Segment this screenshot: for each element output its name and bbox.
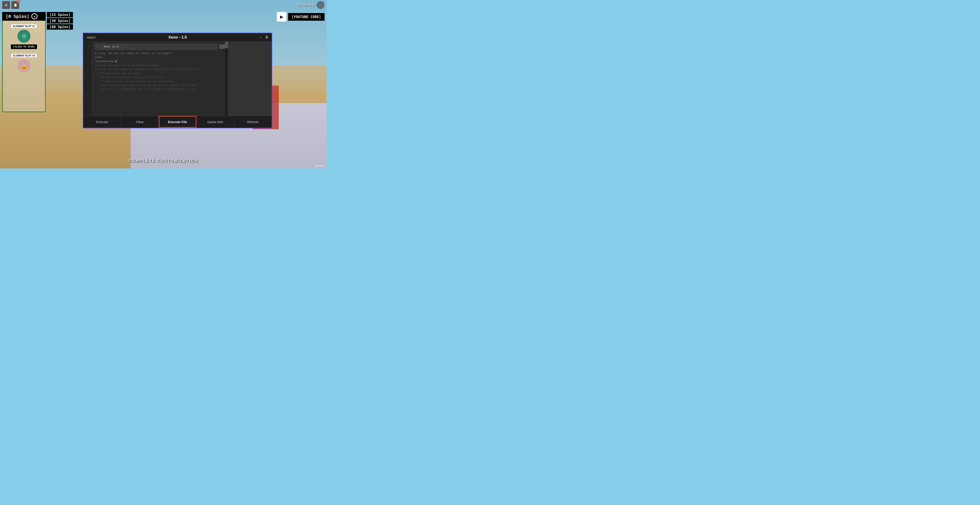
slot-3-label: ELEMENT SLOT #3 — [11, 54, 37, 57]
spins-list: [15 Spins] [30 Spins] [60 Spins] — [47, 12, 73, 30]
right-panel: ▶ [YOUTUBE CODE] — [277, 12, 325, 22]
top-right-info: EST 02:56:45 ⋯ — [297, 1, 325, 9]
refresh-button[interactable]: Refresh — [234, 116, 272, 127]
clipboard-icon-box[interactable]: 📋 6 — [11, 1, 19, 9]
spins-list-item-1[interactable]: [15 Spins] — [47, 12, 73, 18]
element-slot-1: ELEMENT SLOT #1 ❋ [CLICK TO SPIN] — [5, 24, 43, 49]
dialog-title: Xeno - 1.0 — [95, 35, 260, 40]
slot-1-label: ELEMENT SLOT #1 — [11, 24, 37, 28]
spins-list-item-3[interactable]: [60 Spins] — [47, 24, 73, 30]
dialog-minimize-button[interactable]: − — [259, 35, 262, 40]
dialog-attach-label[interactable]: Attach — [87, 36, 95, 39]
code-line-12: after you actually come across the genka… — [95, 83, 225, 88]
slot-1-icon: ❋ — [18, 30, 30, 43]
youtube-code-label[interactable]: [YOUTUBE CODE] — [288, 13, 325, 21]
code-line-2: #1 Step, Use all the codes for spins, if… — [95, 51, 225, 55]
code-line-3: codes: — [95, 55, 225, 59]
top-bar: ⊞ 📋 6 EST 02:56:45 ⋯ — [0, 0, 327, 10]
grid-icon: ⊞ — [5, 3, 7, 7]
dialog-controls: − X — [259, 35, 268, 40]
left-card: ELEMENT SLOT #1 ❋ [CLICK TO SPIN] ELEMEN… — [2, 21, 46, 112]
dialog-titlebar: Attach Xeno - 1.0 − X — [83, 33, 272, 41]
bottom-text: COMPLETE CUSTOMIZATION — [129, 158, 198, 163]
spin-refresh-icon[interactable]: ↻ — [31, 13, 37, 19]
code-content[interactable]: - - Xeno v1.0 - - #1 Step, Use all the c… — [92, 41, 228, 116]
dialog-footer: Execute Clear Execute File Game Hub Refr… — [83, 116, 272, 127]
top-left-icons: ⊞ 📋 6 — [2, 1, 19, 9]
code-line-10: It will automatically spin non stop unti… — [95, 75, 225, 79]
clear-button[interactable]: Clear — [121, 116, 159, 127]
code-line-7: #2 Stop, Put this script in autoexec fol… — [95, 64, 225, 67]
lock-icon: 🔒 — [20, 62, 28, 70]
line-number-1: 1 — [88, 44, 90, 48]
execute-button[interactable]: Execute — [83, 116, 121, 127]
xeno-dialog: Attach Xeno - 1.0 − X 1 - - Xeno v1.0 - … — [83, 33, 272, 128]
spins-list-item-2[interactable]: [30 Spins] — [47, 18, 73, 24]
dialog-close-button[interactable]: X — [266, 35, 268, 40]
youtube-play-icon[interactable]: ▶ — [277, 12, 286, 22]
code-line-8: #3 Stop, Put the names of elements you w… — [95, 67, 225, 71]
code-line-11: it spins to one of the genkais listed in… — [95, 80, 225, 83]
left-panel: [0 Spins] ↻ ELEMENT SLOT #1 ❋ [CLICK TO … — [2, 12, 46, 112]
code-first-line: - - Xeno v1.0 - - — [95, 44, 225, 50]
click-to-spin[interactable]: [CLICK TO SPIN] — [11, 45, 37, 49]
notification-badge: 6 — [17, 0, 20, 3]
scrollbar-thumb[interactable] — [225, 41, 228, 48]
game-hub-button[interactable]: Game Hub — [196, 116, 234, 127]
youtube-header: ▶ [YOUTUBE CODE] — [277, 12, 325, 22]
code-line-5: :0stum3dc10wn| — [95, 59, 225, 64]
dialog-body: 1 - - Xeno v1.0 - - #1 Step, Use all the… — [83, 41, 272, 116]
menu-dots-button[interactable]: ⋯ — [317, 1, 325, 9]
spins-count: [0 Spins] — [6, 14, 29, 19]
clipboard-icon: 📋 — [13, 3, 17, 7]
wind-icon: ❋ — [21, 32, 27, 40]
element-slot-3: ELEMENT SLOT #3 🔒 — [5, 53, 43, 72]
menu-icon-box[interactable]: ⊞ — [2, 1, 10, 9]
version-text: VER 01.5 — [315, 165, 325, 167]
line-numbers: 1 — [83, 41, 92, 116]
execute-file-button[interactable]: Execute File — [159, 116, 196, 127]
cursor — [116, 60, 116, 63]
slot-3-icon: 🔒 — [18, 59, 30, 72]
code-line-13: and it is very important for you to simp… — [95, 88, 225, 91]
code-line-9: Try to understand how it works: — [95, 72, 225, 75]
code-scrollbar[interactable] — [225, 41, 228, 116]
spins-header: [0 Spins] ↻ — [2, 12, 46, 21]
dialog-sidebar — [228, 41, 272, 116]
code-editor: 1 - - Xeno v1.0 - - #1 Step, Use all the… — [83, 41, 228, 116]
time-display: EST 02:56:45 — [297, 3, 315, 6]
code-input-box[interactable]: - - Xeno v1.0 - - — [95, 44, 218, 50]
